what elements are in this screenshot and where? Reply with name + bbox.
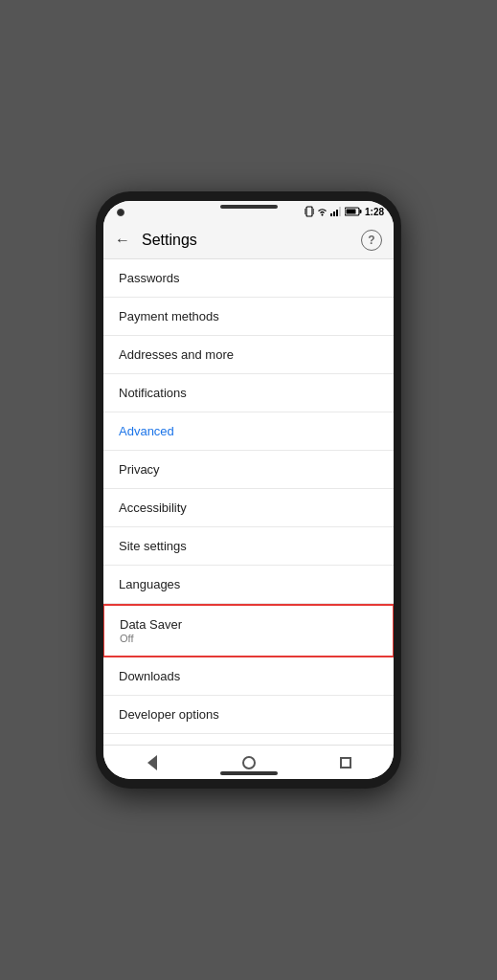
settings-item-title-payment-methods: Payment methods bbox=[119, 309, 378, 323]
settings-item-subtitle-data-saver: Off bbox=[120, 633, 377, 644]
settings-item-title-accessibility: Accessibility bbox=[119, 501, 378, 515]
svg-rect-10 bbox=[346, 210, 355, 214]
front-camera bbox=[117, 209, 124, 216]
settings-item-title-site-settings: Site settings bbox=[119, 539, 378, 553]
settings-item-notifications[interactable]: Notifications bbox=[103, 374, 394, 412]
settings-item-data-saver[interactable]: Data SaverOff bbox=[103, 604, 394, 657]
nav-recent-icon bbox=[340, 757, 351, 768]
settings-item-title-languages: Languages bbox=[119, 577, 378, 591]
settings-item-advanced: Advanced bbox=[103, 412, 394, 451]
status-time: 1:28 bbox=[365, 207, 384, 217]
signal-icon bbox=[330, 207, 342, 216]
phone-shell: 1:28 ← Settings ? PasswordsPayment metho… bbox=[96, 191, 401, 789]
settings-item-accessibility[interactable]: Accessibility bbox=[103, 489, 394, 527]
settings-item-passwords[interactable]: Passwords bbox=[103, 259, 394, 298]
help-button[interactable]: ? bbox=[361, 230, 382, 251]
nav-bar bbox=[103, 745, 394, 779]
settings-item-title-downloads: Downloads bbox=[119, 669, 378, 683]
settings-item-developer-options[interactable]: Developer options bbox=[103, 696, 394, 734]
wifi-icon bbox=[317, 208, 328, 216]
settings-item-title-addresses: Addresses and more bbox=[119, 347, 378, 362]
svg-rect-7 bbox=[339, 207, 341, 216]
settings-item-title-data-saver: Data Saver bbox=[120, 617, 377, 632]
settings-item-privacy[interactable]: Privacy bbox=[103, 451, 394, 489]
settings-item-title-developer-options: Developer options bbox=[119, 707, 378, 722]
nav-back-icon bbox=[147, 755, 157, 770]
svg-point-3 bbox=[321, 213, 323, 215]
status-icons: 1:28 bbox=[305, 206, 384, 217]
battery-icon bbox=[345, 207, 362, 216]
svg-rect-5 bbox=[333, 212, 335, 216]
nav-back-button[interactable] bbox=[138, 748, 167, 777]
settings-item-addresses[interactable]: Addresses and more bbox=[103, 336, 394, 374]
settings-item-title-passwords: Passwords bbox=[119, 271, 378, 285]
settings-list: PasswordsPayment methodsAddresses and mo… bbox=[103, 259, 394, 745]
screen: 1:28 ← Settings ? PasswordsPayment metho… bbox=[103, 201, 394, 779]
status-bar: 1:28 bbox=[103, 201, 394, 222]
settings-item-site-settings[interactable]: Site settings bbox=[103, 527, 394, 566]
svg-rect-6 bbox=[336, 210, 338, 216]
svg-rect-9 bbox=[359, 210, 361, 213]
nav-recent-button[interactable] bbox=[331, 748, 360, 777]
page-title: Settings bbox=[142, 232, 350, 249]
back-button[interactable]: ← bbox=[115, 232, 130, 249]
nav-home-button[interactable] bbox=[235, 748, 263, 777]
svg-rect-4 bbox=[330, 213, 332, 216]
app-bar: ← Settings ? bbox=[103, 222, 394, 259]
nav-home-icon bbox=[242, 756, 256, 769]
settings-item-title-notifications: Notifications bbox=[119, 386, 378, 400]
settings-item-downloads[interactable]: Downloads bbox=[103, 657, 394, 696]
settings-item-title-advanced: Advanced bbox=[119, 424, 378, 438]
settings-item-title-privacy: Privacy bbox=[119, 462, 378, 477]
svg-rect-0 bbox=[306, 207, 312, 216]
settings-item-languages[interactable]: Languages bbox=[103, 566, 394, 604]
settings-item-about-chrome[interactable]: About Chrome bbox=[103, 734, 394, 745]
settings-item-payment-methods[interactable]: Payment methods bbox=[103, 298, 394, 336]
vibrate-icon bbox=[305, 206, 314, 217]
